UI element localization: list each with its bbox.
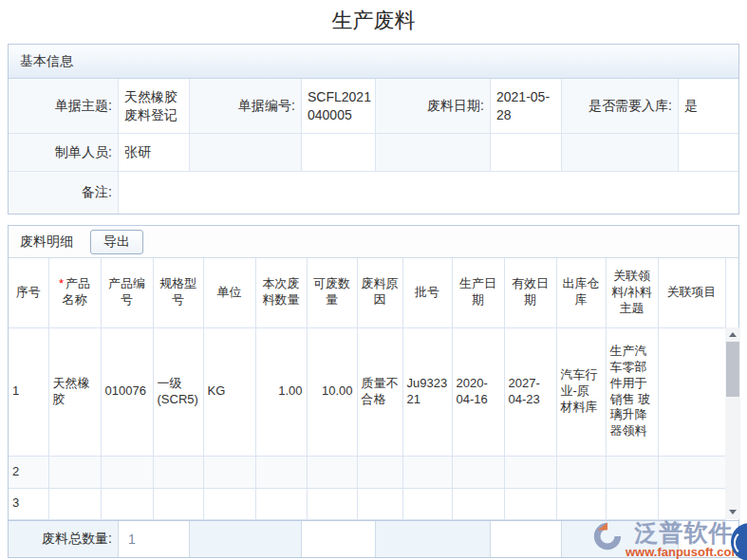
col-warehouse: 出库仓库	[556, 258, 606, 327]
cell-scrap-qty: 1.00	[255, 327, 307, 456]
empty-value-cell	[302, 134, 376, 172]
cell-valid-date	[504, 488, 556, 519]
detail-header-row: 序号 *产品名称 产品编号 规格型号 单位 本次废料数量 可废数量 废料原因 批…	[9, 258, 725, 327]
cell-unit: KG	[203, 327, 255, 456]
col-product-no: 产品编号	[101, 258, 153, 327]
summary-row: 废料总数量: 1	[9, 520, 738, 557]
cell-unit	[203, 488, 255, 519]
cell-prod-date: 2020-04-16	[452, 327, 504, 456]
cell-spec	[153, 488, 203, 519]
total-qty-value: 1	[119, 521, 190, 557]
cell-batch-no	[402, 488, 452, 519]
cell-product-no: 010076	[101, 327, 153, 456]
export-button[interactable]: 导出	[90, 230, 143, 254]
scrap-date-text: 2021-05-28	[496, 88, 559, 124]
table-row[interactable]: 1 天然橡胶 010076 一级(SCR5) KG 1.00 10.00 质量不…	[9, 327, 725, 456]
scrap-date-label: 废料日期:	[376, 79, 491, 134]
basic-info-grid: 单据主题: 天然橡胶废料登记 单据编号: SCFL2021040005 废料日期…	[9, 79, 738, 214]
cell-warehouse	[556, 488, 606, 519]
cell-product-name	[48, 456, 101, 488]
cell-warehouse	[556, 456, 606, 488]
summary-cell	[562, 521, 679, 557]
creator-text: 张研	[124, 143, 187, 161]
cell-product-name: 天然橡胶	[48, 327, 101, 456]
doc-no-text: SCFL2021040005	[308, 88, 373, 124]
cell-prod-date	[452, 456, 504, 488]
col-scrap-qty: 本次废料数量	[255, 258, 307, 327]
col-usable-qty: 可废数量	[307, 258, 357, 327]
cell-usable-qty	[307, 488, 357, 519]
col-product-name: *产品名称	[48, 258, 101, 327]
doc-subject-text: 天然橡胶废料登记	[124, 88, 187, 124]
page-title: 生产废料	[0, 0, 747, 44]
col-seq: 序号	[9, 258, 48, 327]
detail-section-title: 废料明细	[20, 233, 73, 251]
need-inbound-label: 是否需要入库:	[562, 79, 679, 134]
cell-product-no	[101, 456, 153, 488]
col-product-name-text: 产品名称	[63, 276, 91, 307]
scrollbar-up-arrow-icon[interactable]	[725, 327, 740, 342]
doc-subject-value: 天然橡胶废料登记	[119, 79, 190, 134]
col-prod-date: 生产日期	[452, 258, 504, 327]
table-row[interactable]: 2	[9, 456, 725, 488]
cell-reason	[357, 456, 402, 488]
cell-product-no	[101, 488, 153, 519]
cell-spec	[153, 456, 203, 488]
summary-cell	[376, 521, 491, 557]
empty-value-cell	[491, 134, 562, 172]
detail-section: 废料明细 导出 序号 *产品名称 产品编号 规格型号 单位	[8, 225, 739, 558]
doc-no-label: 单据编号:	[190, 79, 302, 134]
empty-value-cell	[679, 134, 738, 172]
col-valid-date: 有效日期	[504, 258, 556, 327]
col-related-project: 关联项目	[658, 258, 725, 327]
scrollbar-thumb[interactable]	[726, 342, 739, 397]
vertical-scrollbar[interactable]	[725, 327, 740, 519]
cell-seq: 1	[9, 327, 48, 456]
basic-info-header: 基本信息	[9, 45, 738, 79]
cell-usable-qty	[307, 456, 357, 488]
cell-unit	[203, 456, 255, 488]
basic-info-section: 基本信息 单据主题: 天然橡胶废料登记 单据编号: SCFL2021040005…	[8, 44, 739, 215]
required-asterisk: *	[59, 276, 64, 290]
col-unit: 单位	[203, 258, 255, 327]
cell-related-subject	[606, 456, 658, 488]
detail-table: 序号 *产品名称 产品编号 规格型号 单位 本次废料数量 可废数量 废料原因 批…	[9, 258, 726, 520]
cell-scrap-qty	[255, 488, 307, 519]
cell-reason: 质量不合格	[357, 327, 402, 456]
empty-label-cell	[190, 134, 302, 172]
cell-related-project	[658, 327, 725, 456]
cell-seq: 3	[9, 488, 48, 519]
detail-toolbar: 废料明细 导出	[9, 226, 738, 258]
cell-product-name	[48, 488, 101, 519]
summary-cell	[302, 521, 376, 557]
summary-cell	[679, 521, 738, 557]
detail-table-zone: 序号 *产品名称 产品编号 规格型号 单位 本次废料数量 可废数量 废料原因 批…	[9, 258, 740, 520]
col-batch-no: 批号	[402, 258, 452, 327]
cell-valid-date: 2027-04-23	[504, 327, 556, 456]
col-reason: 废料原因	[357, 258, 402, 327]
cell-prod-date	[452, 488, 504, 519]
creator-label: 制单人员:	[9, 134, 119, 172]
cell-related-project	[658, 456, 725, 488]
scrap-date-value: 2021-05-28	[491, 79, 562, 134]
cell-usable-qty: 10.00	[307, 327, 357, 456]
cell-scrap-qty	[255, 456, 307, 488]
cell-reason	[357, 488, 402, 519]
cell-seq: 2	[9, 456, 48, 488]
cell-spec: 一级(SCR5)	[153, 327, 203, 456]
need-inbound-value: 是	[679, 79, 738, 134]
basic-info-title: 基本信息	[20, 53, 73, 70]
col-related-subject: 关联领料/补料主题	[606, 258, 658, 327]
remark-value	[119, 172, 738, 214]
cell-batch-no	[402, 456, 452, 488]
cell-warehouse: 汽车行业-原材料库	[556, 327, 606, 456]
need-inbound-text: 是	[684, 97, 737, 115]
cell-valid-date	[504, 456, 556, 488]
empty-label-cell	[376, 134, 491, 172]
empty-label-cell	[562, 134, 679, 172]
summary-cell	[491, 521, 562, 557]
summary-cell	[190, 521, 302, 557]
table-row[interactable]: 3	[9, 488, 725, 519]
scrollbar-down-arrow-icon[interactable]	[725, 505, 740, 519]
cell-related-subject	[606, 488, 658, 519]
